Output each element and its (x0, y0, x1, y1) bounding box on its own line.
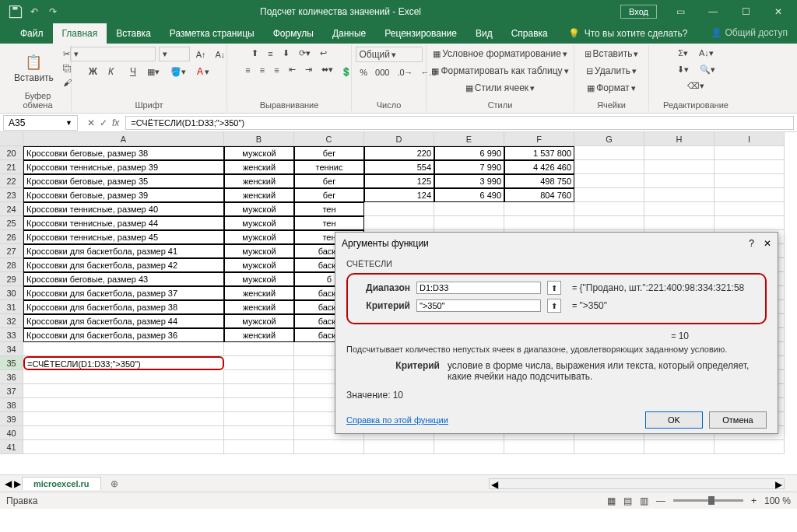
align-right-icon[interactable]: ≡ (271, 63, 282, 76)
cell[interactable]: 7 990 (434, 160, 504, 174)
enter-formula-icon[interactable]: ✓ (100, 117, 107, 128)
cell[interactable] (224, 440, 294, 454)
row-header[interactable]: 26 (0, 230, 23, 244)
cell[interactable]: женский (224, 328, 294, 342)
wrap-text-icon[interactable]: ↩ (317, 47, 330, 60)
cell[interactable] (714, 160, 785, 174)
row-header[interactable]: 30 (0, 286, 23, 300)
cell[interactable]: 554 (364, 160, 434, 174)
align-middle-icon[interactable]: ≡ (265, 47, 276, 60)
italic-icon[interactable]: К (105, 65, 122, 79)
cell[interactable] (364, 440, 434, 454)
cell[interactable] (574, 146, 644, 160)
fill-color-icon[interactable]: 🪣▾ (167, 65, 189, 79)
delete-cells[interactable]: ⊟ Удалить ▾ (583, 64, 640, 78)
cell[interactable]: Кроссовки беговые, размер 38 (23, 146, 224, 160)
row-header[interactable]: 23 (0, 188, 23, 202)
cell[interactable] (714, 202, 785, 216)
cell[interactable]: женский (224, 160, 294, 174)
cell[interactable] (574, 174, 644, 188)
percent-icon[interactable]: % (356, 65, 370, 79)
row-header[interactable]: 27 (0, 244, 23, 258)
sheet-nav-next-icon[interactable]: ▶ (14, 478, 21, 489)
maximize-icon[interactable]: ☐ (730, 1, 761, 23)
merge-icon[interactable]: ⬌▾ (318, 63, 336, 76)
cell[interactable] (224, 342, 294, 356)
cell[interactable] (714, 440, 785, 454)
save-icon[interactable] (8, 4, 23, 19)
cell[interactable] (224, 412, 294, 426)
format-cells[interactable]: ▦ Формат ▾ (584, 81, 639, 95)
align-left-icon[interactable]: ≡ (242, 63, 253, 76)
indent-dec-icon[interactable]: ⇤ (286, 63, 299, 76)
row-header[interactable]: 40 (0, 426, 23, 440)
paste-button[interactable]: 📋Вставить (11, 52, 57, 85)
cell[interactable] (714, 216, 785, 230)
cell[interactable] (224, 384, 294, 398)
font-size[interactable]: ▾ (159, 47, 190, 61)
row-header[interactable]: 29 (0, 272, 23, 286)
name-box[interactable]: A35▼ (3, 115, 78, 131)
cell[interactable]: Кроссовки для баскетбола, размер 36 (23, 328, 224, 342)
cell[interactable]: 124 (364, 188, 434, 202)
cell[interactable] (23, 384, 224, 398)
cell[interactable] (574, 440, 644, 454)
cell[interactable] (714, 174, 785, 188)
row-header[interactable]: 39 (0, 412, 23, 426)
criteria-picker-icon[interactable]: ⬆ (547, 299, 561, 313)
cell[interactable] (714, 146, 785, 160)
cell[interactable] (714, 188, 785, 202)
cell[interactable]: 3 990 (434, 174, 504, 188)
cancel-formula-icon[interactable]: ✕ (87, 117, 95, 128)
cell[interactable] (574, 188, 644, 202)
cell[interactable] (504, 202, 574, 216)
cell[interactable]: Кроссовки теннисные, размер 44 (23, 216, 224, 230)
minimize-icon[interactable]: — (697, 1, 729, 23)
cell[interactable]: Кроссовки беговые, размер 43 (23, 272, 224, 286)
cell[interactable] (23, 398, 224, 412)
row-header[interactable]: 31 (0, 300, 23, 314)
border-icon[interactable]: ▦▾ (144, 65, 163, 79)
cell[interactable] (224, 426, 294, 440)
help-icon[interactable]: ? (749, 238, 754, 249)
cell[interactable]: Кроссовки для баскетбола, размер 38 (23, 300, 224, 314)
cell[interactable]: мужской (224, 202, 294, 216)
tab-file[interactable]: Файл (11, 23, 53, 44)
cell[interactable] (644, 202, 714, 216)
cell[interactable] (23, 342, 224, 356)
cell[interactable] (644, 216, 714, 230)
row-header[interactable]: 37 (0, 384, 23, 398)
cancel-button[interactable]: Отмена (709, 411, 767, 429)
cell[interactable] (23, 370, 224, 384)
cell[interactable] (23, 412, 224, 426)
orientation-icon[interactable]: ⟳▾ (296, 47, 314, 60)
zoom-in-icon[interactable]: + (751, 495, 757, 506)
inc-decimal-icon[interactable]: .0→ (394, 65, 416, 79)
cell[interactable] (644, 440, 714, 454)
format-as-table[interactable]: ▦ Форматировать как таблицу ▾ (428, 64, 571, 78)
help-link[interactable]: Справка по этой функции (346, 415, 448, 425)
dialog-close-icon[interactable]: ✕ (764, 238, 771, 249)
row-header[interactable]: 32 (0, 314, 23, 328)
fx-icon[interactable]: fx (112, 117, 119, 128)
cell[interactable]: мужской (224, 146, 294, 160)
cell[interactable]: женский (224, 300, 294, 314)
cell[interactable]: Кроссовки беговые, размер 39 (23, 188, 224, 202)
tab-view[interactable]: Вид (466, 23, 502, 44)
undo-icon[interactable]: ↶ (26, 4, 42, 19)
cell[interactable]: бег (294, 146, 364, 160)
number-format[interactable]: Общий ▾ (356, 47, 423, 62)
cell[interactable]: 1 537 800 (504, 146, 574, 160)
sheet-nav-prev-icon[interactable]: ◀ (5, 478, 12, 489)
cell[interactable]: тен (294, 216, 364, 230)
cell[interactable]: мужской (224, 314, 294, 328)
sheet-tab[interactable]: microexcel.ru (22, 477, 101, 490)
dialog-titlebar[interactable]: Аргументы функции ?✕ (335, 233, 778, 254)
horizontal-scrollbar[interactable]: ◀▶ (489, 478, 785, 489)
cell[interactable] (574, 216, 644, 230)
cell[interactable]: Кроссовки для баскетбола, размер 44 (23, 314, 224, 328)
row-header[interactable]: 22 (0, 174, 23, 188)
tab-data[interactable]: Данные (323, 23, 375, 44)
cell[interactable] (504, 216, 574, 230)
cell[interactable] (504, 440, 574, 454)
